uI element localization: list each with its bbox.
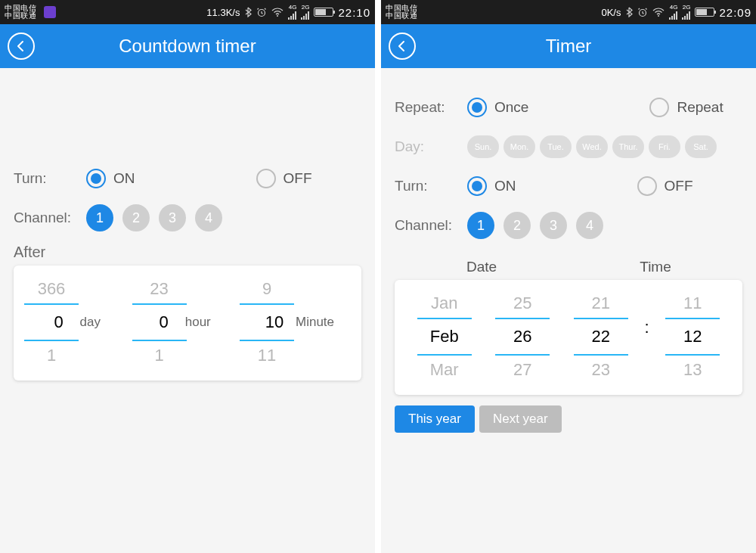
minute-unit: Minute xyxy=(296,315,334,330)
day-thu[interactable]: Thur. xyxy=(612,135,644,158)
status-right: 0K/s 4G 2G 22:09 xyxy=(601,5,751,20)
min-next[interactable]: 13 xyxy=(665,354,720,384)
svg-point-1 xyxy=(277,15,278,17)
off-label: OFF xyxy=(665,178,693,194)
svg-point-3 xyxy=(658,15,659,17)
body: Turn: ON OFF Channel: 1 2 3 4 xyxy=(0,68,375,553)
chevron-left-icon xyxy=(15,40,27,52)
turn-on-option[interactable]: ON xyxy=(86,169,135,188)
this-year-button[interactable]: This year xyxy=(395,405,475,433)
back-button[interactable] xyxy=(389,33,416,60)
day-next[interactable]: 1 xyxy=(24,340,79,370)
month-value[interactable]: Feb xyxy=(417,319,472,354)
carrier-labels: 中国电信 中国联通 xyxy=(5,5,36,20)
hour-value[interactable]: 22 xyxy=(574,319,628,354)
turn-row: Turn: ON OFF xyxy=(14,159,361,198)
time-header: Time xyxy=(569,259,742,275)
bluetooth-icon xyxy=(244,7,252,17)
date-time-headers: Date Time xyxy=(395,259,742,275)
min-prev[interactable]: 11 xyxy=(665,289,720,319)
radio-on[interactable] xyxy=(467,176,487,196)
minute-value[interactable]: 10 xyxy=(256,305,293,340)
radio-once[interactable] xyxy=(467,98,487,117)
day-prev[interactable]: 366 xyxy=(24,275,79,305)
next-year-button[interactable]: Next year xyxy=(479,405,562,433)
datetime-picker[interactable]: Jan Feb Mar 25 26 27 21 22 23 xyxy=(395,280,742,395)
signal-bars-2 xyxy=(682,11,690,20)
net-speed: 11.3K/s xyxy=(206,7,240,18)
net-2g: 2G xyxy=(302,5,310,11)
channel-label: Channel: xyxy=(395,217,467,234)
alarm-icon xyxy=(256,7,267,17)
channel-3[interactable]: 3 xyxy=(540,212,567,239)
min-value[interactable]: 12 xyxy=(665,319,720,354)
month-prev[interactable]: Jan xyxy=(417,289,472,319)
hour-unit: hour xyxy=(185,315,211,330)
countdown-picker[interactable]: 366 0 day 1 23 0 hour 1 xyxy=(14,266,361,381)
signal-bars-1 xyxy=(669,11,677,20)
channel-2[interactable]: 2 xyxy=(122,204,150,231)
turn-label: Turn: xyxy=(14,170,86,187)
page-title: Timer xyxy=(416,36,721,57)
radio-repeat[interactable] xyxy=(649,98,669,117)
battery-icon xyxy=(314,8,333,17)
net-4g: 4G xyxy=(289,5,297,11)
day-sat[interactable]: Sat. xyxy=(685,135,717,158)
channel-1[interactable]: 1 xyxy=(467,212,494,239)
repeat-repeat-option[interactable]: Repeat xyxy=(649,98,723,117)
day-value[interactable]: 0 xyxy=(41,305,77,340)
back-button[interactable] xyxy=(8,33,35,60)
radio-on[interactable] xyxy=(86,169,106,188)
repeat-row: Repeat: Once Repeat xyxy=(395,88,742,127)
after-label: After xyxy=(14,244,361,261)
wifi-icon xyxy=(271,8,284,17)
hour-value[interactable]: 0 xyxy=(146,305,182,340)
repeat-opt-label: Repeat xyxy=(677,99,723,116)
hour-prev[interactable]: 23 xyxy=(132,275,187,305)
date-value[interactable]: 26 xyxy=(495,319,550,354)
channel-3[interactable]: 3 xyxy=(159,204,186,231)
turn-on-option[interactable]: ON xyxy=(467,176,516,196)
turn-off-option[interactable]: OFF xyxy=(637,176,693,196)
channel-4[interactable]: 4 xyxy=(576,212,603,239)
repeat-once-option[interactable]: Once xyxy=(467,98,528,117)
date-next[interactable]: 27 xyxy=(495,354,550,384)
date-prev[interactable]: 25 xyxy=(495,289,550,319)
day-sun[interactable]: Sun. xyxy=(467,135,499,158)
channel-1[interactable]: 1 xyxy=(86,204,113,231)
net-4g: 4G xyxy=(670,5,678,11)
date-header: Date xyxy=(395,259,569,275)
alarm-icon xyxy=(637,7,648,17)
page-title: Countdown timer xyxy=(35,36,340,57)
minute-next[interactable]: 11 xyxy=(240,340,294,370)
channel-2[interactable]: 2 xyxy=(503,212,531,239)
time-colon: : xyxy=(640,318,653,337)
day-tue[interactable]: Tue. xyxy=(540,135,572,158)
header: Countdown timer xyxy=(0,24,375,68)
day-mon[interactable]: Mon. xyxy=(503,135,535,158)
day-fri[interactable]: Fri. xyxy=(649,135,680,158)
day-wed[interactable]: Wed. xyxy=(576,135,608,158)
hour-next[interactable]: 23 xyxy=(574,354,628,384)
app-indicator-icon xyxy=(44,6,56,18)
turn-off-option[interactable]: OFF xyxy=(256,169,312,188)
net-2g: 2G xyxy=(683,5,691,11)
signal-bars-1 xyxy=(288,11,296,20)
status-time: 22:09 xyxy=(719,6,751,19)
status-bar: 中国电信 中国联通 11.3K/s 4G xyxy=(0,0,375,24)
day-row: Day: Sun. Mon. Tue. Wed. Thur. Fri. Sat. xyxy=(395,127,742,166)
day-label: Day: xyxy=(395,138,467,155)
radio-off[interactable] xyxy=(637,176,657,196)
month-next[interactable]: Mar xyxy=(417,354,472,384)
off-label: OFF xyxy=(284,170,312,187)
header: Timer xyxy=(381,24,756,68)
once-label: Once xyxy=(494,99,528,116)
status-time: 22:10 xyxy=(338,6,370,19)
hour-next[interactable]: 1 xyxy=(132,340,187,370)
two-phone-layout: 中国电信 中国联通 11.3K/s 4G xyxy=(0,0,756,553)
hour-prev[interactable]: 21 xyxy=(574,289,628,319)
chevron-left-icon xyxy=(396,40,408,52)
radio-off[interactable] xyxy=(256,169,276,188)
minute-prev[interactable]: 9 xyxy=(240,275,294,305)
channel-4[interactable]: 4 xyxy=(195,204,222,231)
